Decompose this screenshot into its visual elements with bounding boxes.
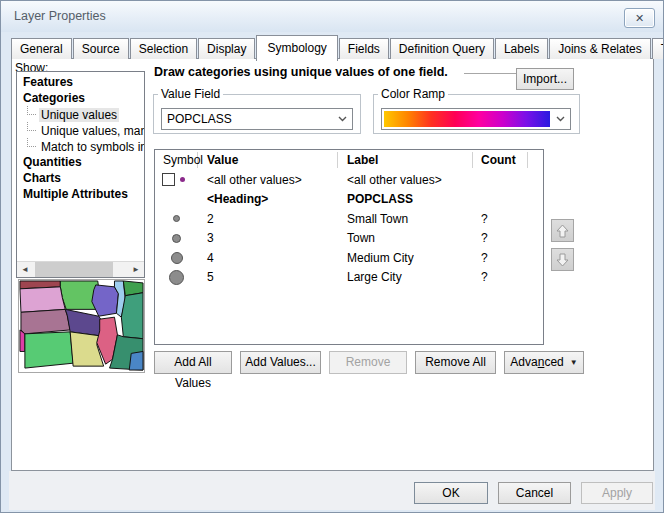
header-count[interactable]: Count — [473, 152, 528, 168]
tab-definition-query[interactable]: Definition Query — [390, 38, 494, 59]
tree-item-multiple-attributes[interactable]: Multiple Attributes — [17, 186, 144, 202]
scroll-left-icon[interactable]: ◄ — [17, 262, 33, 277]
tree-item-quantities[interactable]: Quantities — [17, 154, 144, 170]
move-up-button[interactable] — [551, 219, 574, 242]
color-ramp-label: Color Ramp — [378, 87, 448, 101]
table-row[interactable]: 3 Town ? — [155, 229, 543, 249]
gray-circle-symbol-icon[interactable] — [172, 234, 181, 243]
tab-labels[interactable]: Labels — [495, 38, 548, 59]
table-row[interactable]: 2 Small Town ? — [155, 209, 543, 229]
value-field-dropdown[interactable]: POPCLASS — [161, 108, 353, 130]
heading-rule — [464, 73, 520, 75]
row-value: 4 — [198, 251, 338, 265]
advanced-label: Advanced — [510, 352, 563, 373]
row-label: Medium City — [338, 251, 473, 265]
tab-general[interactable]: General — [11, 38, 72, 59]
value-field-label: Value Field — [158, 87, 223, 101]
row-label: Town — [338, 231, 473, 245]
tab-display[interactable]: Display — [198, 38, 255, 59]
dropdown-arrow-icon: ▼ — [570, 352, 578, 373]
tree-item-match-to-symbols[interactable]: Match to symbols in a — [17, 138, 144, 154]
tab-source[interactable]: Source — [73, 38, 129, 59]
close-button[interactable]: ✕ — [624, 8, 655, 28]
remove-all-button[interactable]: Remove All — [415, 351, 496, 374]
table-row[interactable]: 4 Medium City ? — [155, 248, 543, 268]
header-value[interactable]: Value — [198, 152, 338, 168]
tree-item-charts[interactable]: Charts — [17, 170, 144, 186]
ok-button[interactable]: OK — [414, 482, 488, 504]
value-field-selected: POPCLASS — [162, 112, 232, 126]
color-ramp-swatch — [384, 111, 550, 127]
table-row[interactable]: 5 Large City ? — [155, 268, 543, 288]
window-title: Layer Properties — [14, 9, 106, 23]
move-down-button[interactable] — [551, 248, 574, 271]
map-preview — [18, 279, 145, 373]
remove-button: Remove — [329, 351, 407, 374]
row-count: ? — [473, 270, 528, 284]
row-count: ? — [473, 251, 528, 265]
all-other-values-checkbox[interactable] — [162, 173, 175, 186]
tree-item-features[interactable]: Features — [17, 74, 144, 90]
chevron-down-icon — [332, 116, 352, 122]
layer-properties-dialog: Layer Properties ✕ General Source Select… — [0, 0, 664, 513]
value-field-group: Value Field POPCLASS — [153, 87, 361, 134]
row-value: <Heading> — [198, 192, 338, 206]
symbol-value-table: Symbol Value Label Count <all other valu… — [154, 149, 544, 345]
tree-item-categories[interactable]: Categories — [17, 90, 144, 106]
tree-horizontal-scrollbar[interactable]: ◄ ► — [17, 261, 144, 277]
tab-time[interactable]: Time — [652, 38, 664, 59]
advanced-button[interactable]: Advanced ▼ — [504, 351, 584, 374]
gray-circle-symbol-icon[interactable] — [173, 215, 180, 222]
chevron-down-icon — [550, 116, 570, 122]
add-all-values-button[interactable]: Add All Values — [154, 351, 232, 374]
header-symbol[interactable]: Symbol — [155, 152, 198, 168]
row-value: 3 — [198, 231, 338, 245]
tab-fields[interactable]: Fields — [339, 38, 389, 59]
row-label: Large City — [338, 270, 473, 284]
table-row[interactable]: <all other values> <all other values> — [155, 170, 543, 190]
add-values-button[interactable]: Add Values... — [240, 351, 321, 374]
tree-item-unique-values-many[interactable]: Unique values, many — [17, 122, 144, 138]
arrow-down-icon — [556, 253, 569, 267]
scrollbar-thumb[interactable] — [35, 262, 113, 277]
gray-circle-symbol-icon[interactable] — [169, 270, 184, 285]
row-value: 5 — [198, 270, 338, 284]
row-label: <all other values> — [338, 173, 473, 187]
tree-connector — [27, 122, 36, 131]
tab-strip: General Source Selection Display Symbolo… — [11, 34, 664, 59]
tree-connector — [27, 106, 36, 115]
gray-circle-symbol-icon[interactable] — [171, 252, 183, 264]
draw-categories-heading: Draw categories using unique values of o… — [154, 65, 448, 79]
color-ramp-dropdown[interactable] — [381, 108, 571, 130]
tab-selection[interactable]: Selection — [130, 38, 197, 59]
close-icon: ✕ — [635, 12, 644, 25]
title-bar[interactable]: Layer Properties ✕ — [1, 1, 663, 32]
cancel-button[interactable]: Cancel — [498, 482, 571, 504]
tree-item-unique-values[interactable]: Unique values — [17, 106, 144, 122]
show-tree-list: Features Categories Unique values Unique… — [16, 71, 145, 278]
tree-connector — [27, 138, 36, 147]
symbology-tab-page: Show: Features Categories Unique values … — [11, 58, 654, 471]
row-count: ? — [473, 231, 528, 245]
color-ramp-group: Color Ramp — [373, 87, 580, 134]
row-count: ? — [473, 212, 528, 226]
tab-symbology[interactable]: Symbology — [256, 35, 337, 61]
table-header[interactable]: Symbol Value Label Count — [155, 150, 543, 170]
point-symbol-icon[interactable] — [180, 177, 185, 182]
apply-button: Apply — [581, 482, 653, 504]
row-label: Small Town — [338, 212, 473, 226]
row-value: 2 — [198, 212, 338, 226]
table-row[interactable]: <Heading> POPCLASS — [155, 190, 543, 210]
row-label: POPCLASS — [338, 192, 473, 206]
tab-joins-relates[interactable]: Joins & Relates — [549, 38, 650, 59]
arrow-up-icon — [556, 224, 569, 238]
row-value: <all other values> — [198, 173, 338, 187]
header-label[interactable]: Label — [338, 152, 473, 168]
scroll-right-icon[interactable]: ► — [128, 262, 144, 277]
